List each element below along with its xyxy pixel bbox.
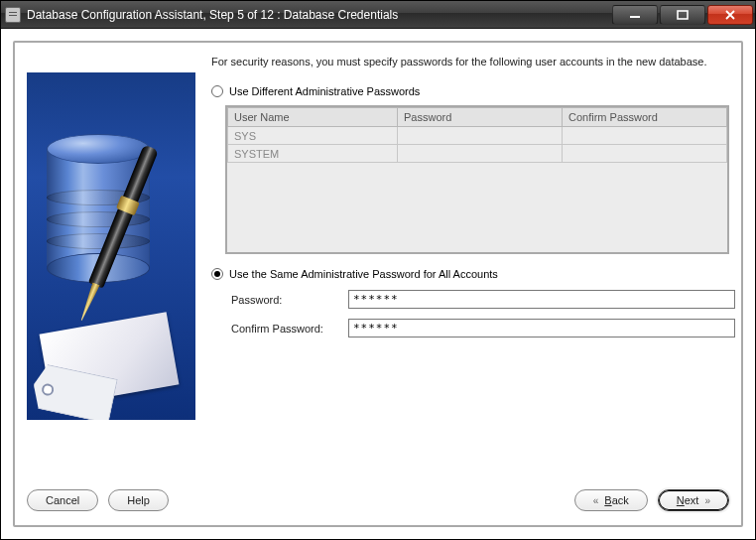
app-icon [5,7,21,23]
back-label-rest: ack [612,494,629,506]
option-same-label: Use the Same Administrative Password for… [229,268,498,280]
next-button[interactable]: Next » [658,489,729,511]
option-different-label: Use Different Administrative Passwords [229,85,420,97]
option-same-password[interactable]: Use the Same Administrative Password for… [211,268,735,280]
col-password: Password [398,108,563,127]
wizard-panel: For security reasons, you must specify p… [13,41,743,527]
form-area: For security reasons, you must specify p… [211,51,735,475]
help-label: Help [127,494,150,506]
cell-user: SYS [228,127,398,145]
window-controls [610,5,753,25]
radio-icon [211,85,223,97]
content-wrap: For security reasons, you must specify p… [1,29,755,539]
chevron-left-icon: « [593,495,599,506]
maximize-icon [677,10,689,20]
password-input[interactable]: ****** [348,290,735,309]
svg-rect-1 [678,11,688,19]
main-area: For security reasons, you must specify p… [25,51,731,475]
footer: Cancel Help « Back Next » [25,475,731,515]
confirm-password-input[interactable]: ****** [348,319,735,338]
next-label-accel: N [677,494,685,506]
cancel-button[interactable]: Cancel [27,489,98,511]
cancel-label: Cancel [46,494,79,506]
table-row[interactable]: SYS [228,127,727,145]
chevron-right-icon: » [704,495,710,506]
col-user: User Name [228,108,398,127]
minimize-icon [629,10,641,20]
close-icon [724,10,736,20]
table-header-row: User Name Password Confirm Password [228,108,727,127]
cell-password[interactable] [398,145,563,163]
title-bar: Database Configuration Assistant, Step 5… [1,1,755,29]
credentials-table: User Name Password Confirm Password SYS [225,105,729,254]
option-different-passwords[interactable]: Use Different Administrative Passwords [211,85,735,97]
col-confirm: Confirm Password [563,108,727,127]
intro-text: For security reasons, you must specify p… [211,55,735,69]
back-label-accel: B [604,494,611,506]
cell-password[interactable] [398,127,563,145]
help-button[interactable]: Help [108,489,169,511]
table-row[interactable]: SYSTEM [228,145,727,163]
back-button[interactable]: « Back [574,489,648,511]
cell-confirm[interactable] [563,145,727,163]
next-label-rest: ext [685,494,699,506]
window-title: Database Configuration Assistant, Step 5… [27,8,610,22]
minimize-button[interactable] [612,5,658,25]
radio-icon [211,268,223,280]
confirm-password-label: Confirm Password: [231,323,348,335]
side-illustration [27,72,195,420]
password-row: Password: ****** [231,290,735,309]
confirm-password-row: Confirm Password: ****** [231,319,735,338]
close-button[interactable] [707,5,753,25]
cell-user: SYSTEM [228,145,398,163]
svg-rect-0 [630,16,640,18]
app-window: Database Configuration Assistant, Step 5… [0,0,756,540]
maximize-button[interactable] [660,5,705,25]
password-label: Password: [231,294,348,306]
cell-confirm[interactable] [563,127,727,145]
